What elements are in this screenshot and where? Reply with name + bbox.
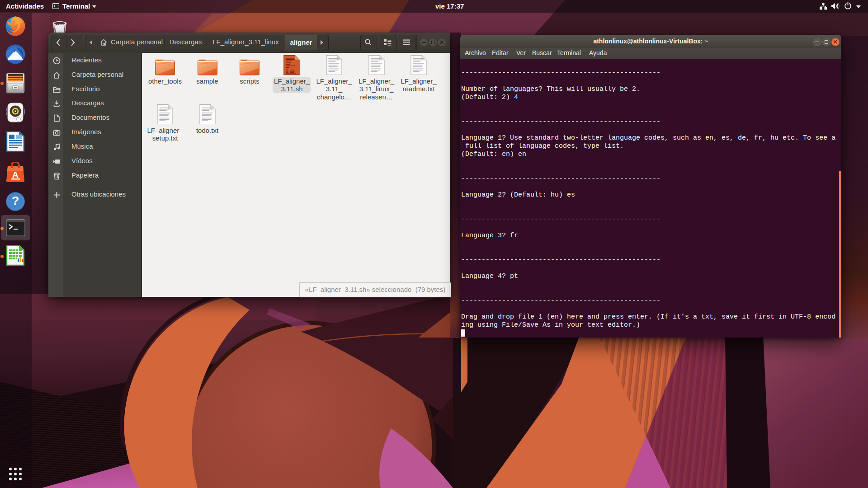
- svg-text:?: ?: [12, 194, 19, 208]
- svg-text:A: A: [12, 170, 19, 180]
